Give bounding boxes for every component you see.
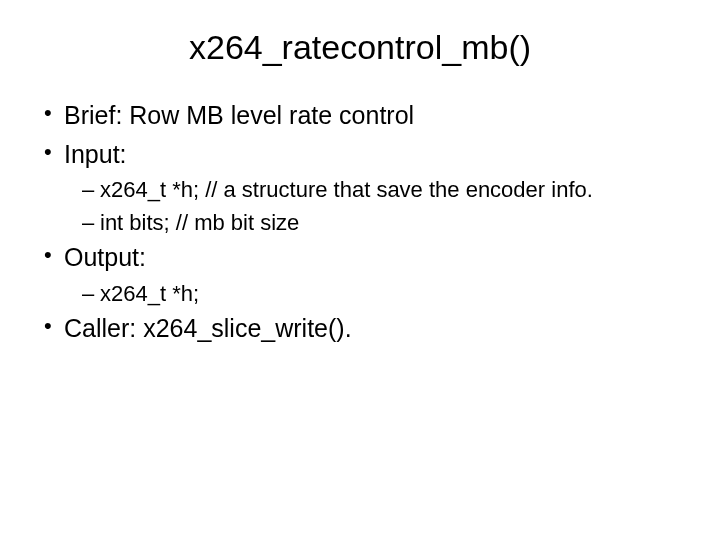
bullet-input-label: Input: xyxy=(40,138,680,171)
bullet-output-1: x264_t *h; xyxy=(40,280,680,309)
slide-title: x264_ratecontrol_mb() xyxy=(40,28,680,67)
bullet-brief: Brief: Row MB level rate control xyxy=(40,99,680,132)
bullet-input-2: int bits; // mb bit size xyxy=(40,209,680,238)
bullet-output-label: Output: xyxy=(40,241,680,274)
content-list: Brief: Row MB level rate control Input: … xyxy=(40,99,680,345)
bullet-caller: Caller: x264_slice_write(). xyxy=(40,312,680,345)
bullet-input-1: x264_t *h; // a structure that save the … xyxy=(40,176,680,205)
